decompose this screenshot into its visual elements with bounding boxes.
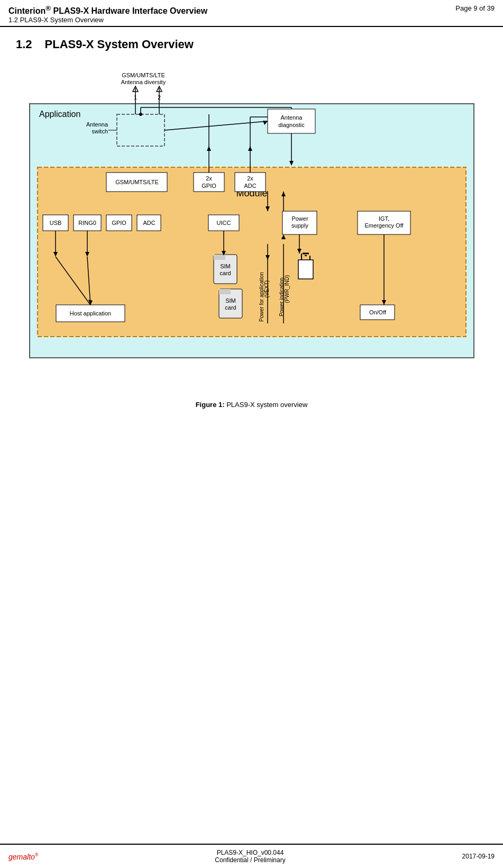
doc-status: Confidential / Preliminary	[215, 856, 285, 864]
footer-logo: gemalto®	[8, 852, 38, 861]
sim-card1-text1: SIM	[220, 263, 231, 269]
on-off-label: On/Off	[369, 309, 386, 315]
gpio2x-line1: 2x	[206, 175, 212, 182]
battery-symbol	[298, 260, 313, 279]
figure-text: PLAS9-X system overview	[226, 401, 307, 409]
svg-marker-15	[214, 255, 225, 260]
antenna-switch-label1: Antenna	[86, 121, 108, 128]
section-title: PLAS9-X System Overview	[45, 38, 194, 51]
page-footer: gemalto® PLAS9-X_HIO_v00.044 Confidentia…	[0, 844, 503, 868]
application-label: Application	[39, 110, 80, 119]
uicc-label: UICC	[216, 220, 231, 226]
antenna-switch-label2: switch	[92, 128, 108, 134]
registered-mark: ®	[45, 4, 51, 12]
doc-subtitle: 1.2 PLAS9-X System Overview	[8, 16, 207, 24]
sim-card2-text1: SIM	[225, 297, 236, 304]
sim-card2-text2: card	[225, 304, 236, 311]
page-info: Page 9 of 39	[455, 4, 495, 12]
page-header: Cinterion® PLAS9-X Hardware Interface Ov…	[0, 0, 503, 27]
gpio2x-line2: GPIO	[202, 183, 216, 189]
power-supply-text1: Power	[291, 215, 308, 222]
antenna-diversity-label: GSM/UMTS/LTE	[122, 72, 165, 78]
adc-label: ADC	[143, 220, 155, 226]
usb-label: USB	[49, 220, 61, 226]
figure-label: Figure 1:	[196, 401, 225, 409]
power-ind-label2: (PWR_IND)	[284, 275, 290, 303]
igt-text1: IGT,	[378, 215, 389, 222]
main-content: 1.2 PLAS9-X System Overview GSM/UMTS/LTE…	[0, 27, 503, 419]
svg-marker-16	[219, 289, 231, 294]
antenna-diagnostic-text1: Antenna	[280, 114, 303, 121]
doc-title-rest: PLAS9-X Hardware Interface Overview	[51, 6, 207, 15]
section-number: 1.2	[16, 38, 32, 51]
power-supply-text2: supply	[291, 222, 308, 229]
power-vext-label2: (VEXT)	[264, 281, 270, 298]
gsm-label: GSM/UMTS/LTE	[115, 179, 159, 185]
ring0-label: RING0	[78, 220, 96, 226]
section-heading: 1.2 PLAS9-X System Overview	[16, 38, 487, 51]
sim-card1-text2: card	[220, 270, 231, 276]
system-diagram: GSM/UMTS/LTE Antenna diversity 1 2 Appli…	[24, 64, 479, 392]
figure-caption: Figure 1: PLAS9-X system overview	[16, 401, 487, 409]
footer-center: PLAS9-X_HIO_v00.044 Confidential / Preli…	[215, 849, 285, 864]
antenna-diversity-label2: Antenna diversity	[121, 79, 166, 85]
antenna-diagnostic-text2: diagnostic	[278, 122, 305, 128]
adc2x-line2: ADC	[244, 183, 256, 189]
doc-title: Cinterion® PLAS9-X Hardware Interface Ov…	[8, 4, 207, 16]
system-overview-svg: GSM/UMTS/LTE Antenna diversity 1 2 Appli…	[24, 64, 479, 392]
adc2x-line1: 2x	[247, 175, 253, 182]
logo-text: gemalto	[8, 852, 35, 861]
doc-title-text: Cinterion	[8, 6, 45, 15]
igt-text2: Emergency Off	[364, 222, 404, 229]
footer-date: 2017-09-19	[462, 853, 495, 860]
antenna-num2: 2	[157, 94, 160, 101]
host-app-label: Host application	[69, 310, 111, 317]
doc-id: PLAS9-X_HIO_v00.044	[215, 849, 285, 856]
gpio-label: GPIO	[112, 220, 126, 226]
antenna-num1: 1	[133, 94, 136, 101]
antenna-diagnostic-box	[268, 109, 315, 133]
header-title-block: Cinterion® PLAS9-X Hardware Interface Ov…	[8, 4, 207, 24]
